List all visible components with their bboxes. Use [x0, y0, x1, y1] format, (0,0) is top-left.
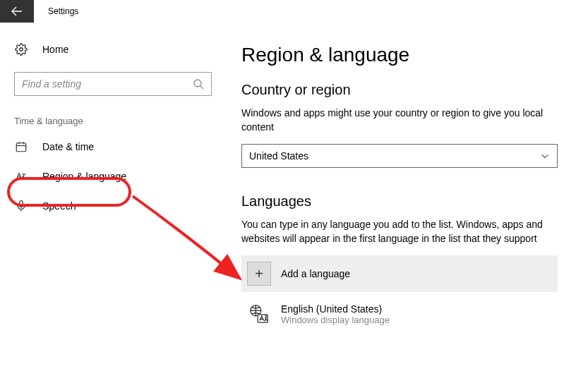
svg-rect-3 — [16, 143, 26, 152]
back-button[interactable] — [0, 0, 34, 23]
titlebar: Settings — [0, 0, 588, 23]
search-input[interactable] — [22, 78, 186, 90]
arrow-left-icon — [11, 6, 23, 17]
sidebar-item-speech[interactable]: Speech — [0, 191, 224, 221]
window-title: Settings — [48, 6, 78, 16]
country-heading: Country or region — [241, 82, 560, 98]
section-label: Time & language — [14, 116, 224, 126]
language-name: English (United States) — [281, 303, 390, 315]
gear-icon — [14, 43, 28, 56]
sidebar-item-date-time[interactable]: Date & time — [0, 132, 224, 162]
main-content: Region & language Country or region Wind… — [224, 23, 588, 388]
sidebar: Home Time & language Date & time Region … — [0, 23, 224, 388]
svg-rect-7 — [20, 201, 23, 207]
sidebar-item-label: Date & time — [42, 141, 94, 152]
sidebar-item-label: Region & language — [42, 171, 126, 182]
chevron-down-icon — [540, 151, 550, 161]
language-icon — [14, 170, 28, 183]
add-language-label: Add a language — [281, 268, 350, 279]
sidebar-item-region-language[interactable]: Region & language — [0, 162, 224, 191]
svg-line-2 — [200, 86, 203, 89]
country-value: United States — [249, 150, 308, 162]
sidebar-item-label: Speech — [42, 200, 76, 212]
svg-point-1 — [194, 80, 201, 87]
home-nav[interactable]: Home — [0, 35, 224, 63]
language-entry-icon — [247, 302, 271, 326]
country-select[interactable]: United States — [241, 144, 558, 168]
add-language-button[interactable]: + Add a language — [241, 255, 558, 292]
languages-desc: You can type in any language you add to … — [241, 218, 560, 245]
microphone-icon — [14, 200, 28, 212]
plus-icon: + — [247, 262, 271, 286]
country-desc: Windows and apps might use your country … — [241, 107, 560, 134]
svg-point-0 — [20, 48, 23, 51]
search-box[interactable] — [14, 72, 212, 96]
search-icon — [193, 78, 204, 90]
clock-icon — [14, 140, 28, 153]
page-heading: Region & language — [241, 44, 560, 66]
language-sub: Windows display language — [281, 315, 390, 325]
home-label: Home — [42, 44, 68, 55]
languages-heading: Languages — [241, 193, 560, 210]
language-entry[interactable]: English (United States) Windows display … — [241, 302, 560, 326]
